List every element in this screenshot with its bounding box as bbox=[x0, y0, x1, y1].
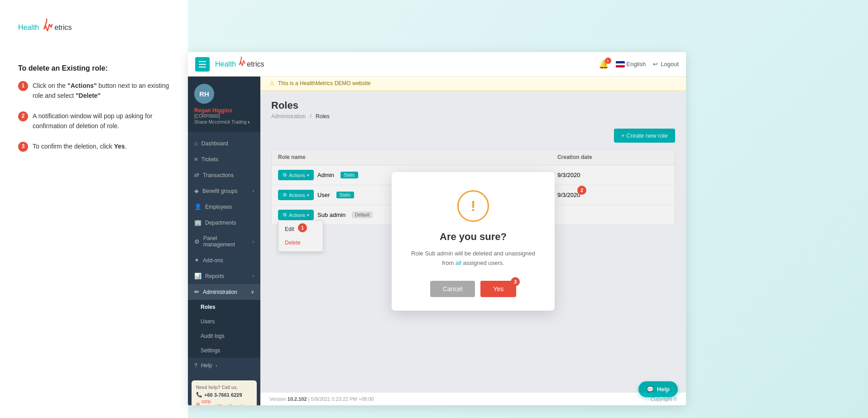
logout-label: Logout bbox=[661, 61, 679, 67]
phone-icon: 📞 bbox=[196, 392, 202, 398]
company-dropdown-icon: ▾ bbox=[248, 120, 250, 125]
sidebar-item-addons[interactable]: ✦ Add-ons bbox=[188, 252, 260, 268]
modal-body: Role Sub admin will be deleted and unass… bbox=[410, 249, 537, 268]
user-company-name: Shane Mccormick Trading bbox=[194, 120, 247, 125]
help-arrow: › bbox=[216, 363, 217, 368]
flag-icon bbox=[616, 61, 625, 67]
logo-metrics: etrics bbox=[54, 24, 72, 32]
reports-icon: 📊 bbox=[194, 273, 201, 279]
instruction-panel: Health etrics To delete an Existing role… bbox=[0, 0, 188, 418]
user-avatar-area: RH Regan Higgins [CORP0660] Shane Mccorm… bbox=[188, 77, 260, 132]
annotation-2: 2 bbox=[577, 186, 586, 195]
sidebar-item-help[interactable]: ? Help › bbox=[188, 358, 260, 373]
panel-management-icon: ⚙ bbox=[194, 238, 200, 245]
sidebar-item-employees[interactable]: 👤 Employees bbox=[188, 199, 260, 215]
sidebar-item-label: Administration bbox=[203, 289, 247, 295]
submenu-item-users[interactable]: Users bbox=[188, 314, 260, 329]
sidebar-item-panel-management[interactable]: ⚙ Panel management › bbox=[188, 231, 260, 252]
administration-icon: ✏ bbox=[194, 288, 199, 295]
submenu-item-audit-logs[interactable]: Audit logs bbox=[188, 329, 260, 343]
main-logo: Health etrics bbox=[18, 18, 170, 37]
modal-buttons: Cancel Yes 3 bbox=[410, 281, 537, 297]
footer-date: 5/9/2021 5:23:22 PM +08:00 bbox=[311, 396, 374, 402]
content-wrapper: RH Regan Higgins [CORP0660] Shane Mccorm… bbox=[188, 77, 686, 405]
addons-icon: ✦ bbox=[194, 257, 199, 264]
sidebar-item-reports[interactable]: 📊 Reports › bbox=[188, 268, 260, 284]
sidebar-item-label: Reports bbox=[205, 273, 249, 279]
help-icon: ? bbox=[194, 362, 197, 369]
benefit-groups-arrow: › bbox=[253, 188, 254, 193]
navbar-logo-metrics: etrics bbox=[247, 60, 264, 68]
help-label: Help bbox=[201, 362, 212, 369]
step-2: 2 A notification window will pop up aski… bbox=[18, 111, 170, 131]
sidebar-item-transactions[interactable]: ⇄ Transactions bbox=[188, 167, 260, 183]
annotation-3: 3 bbox=[511, 277, 520, 286]
language-label: English bbox=[627, 61, 646, 67]
logout-button[interactable]: ↩ Logout bbox=[653, 61, 679, 67]
sidebar-item-label: Benefit groups bbox=[202, 188, 249, 194]
language-selector[interactable]: English bbox=[616, 61, 646, 67]
contact-phone: 📞 +60 3-7661 6229 bbox=[196, 392, 252, 398]
hamburger-button[interactable] bbox=[195, 57, 210, 72]
contact-title: Need help? Call us. bbox=[196, 385, 252, 390]
panel-management-arrow: › bbox=[253, 239, 254, 244]
notification-bell[interactable]: 🔔 1 bbox=[599, 59, 609, 69]
sidebar-item-label: Tickets bbox=[201, 156, 254, 163]
modal-body-highlight: all bbox=[456, 259, 461, 266]
sidebar-item-label: Dashboard bbox=[201, 140, 254, 147]
user-name[interactable]: Regan Higgins bbox=[194, 107, 232, 114]
email-address: corp-support@healthmetrics.co bbox=[201, 399, 254, 405]
logo-health: Health bbox=[18, 24, 39, 32]
sidebar-item-label: Employees bbox=[205, 204, 254, 210]
logo-icon bbox=[39, 18, 54, 37]
version-number: 10.2.102 bbox=[288, 396, 307, 402]
sidebar-item-tickets[interactable]: ≡ Tickets bbox=[188, 151, 260, 167]
confirmation-modal: ! Are you sure? Role Sub admin will be d… bbox=[392, 172, 555, 311]
demo-banner-text: This is a HealthMetrics DEMO website bbox=[278, 80, 371, 86]
yes-button-label: Yes bbox=[493, 285, 504, 293]
demo-banner-icon: ⚠ bbox=[269, 80, 274, 86]
yes-button[interactable]: Yes 3 bbox=[480, 281, 516, 297]
app-footer: Version 10.2.102 | 5/9/2021 5:23:22 PM +… bbox=[260, 392, 686, 405]
sidebar-item-label: Transactions bbox=[203, 172, 254, 178]
version-label: Version bbox=[269, 396, 286, 402]
navbar-logo-ecg bbox=[236, 57, 246, 72]
demo-banner: ⚠ This is a HealthMetrics DEMO website bbox=[260, 77, 686, 91]
step-1-text: Click on the "Actions" button next to an… bbox=[33, 81, 170, 101]
reports-arrow: › bbox=[253, 274, 254, 279]
annotation-1: 1 bbox=[298, 223, 307, 232]
step-2-num: 2 bbox=[18, 111, 28, 121]
cancel-button[interactable]: Cancel bbox=[430, 281, 475, 297]
modal-body-after: assigned users. bbox=[461, 259, 504, 266]
sidebar-item-administration[interactable]: ✏ Administration ∨ bbox=[188, 284, 260, 300]
notification-badge: 1 bbox=[605, 58, 611, 64]
modal-overlay: 2 ! Are you sure? Role Sub admin will be… bbox=[260, 91, 686, 392]
sidebar-item-dashboard[interactable]: ⌂ Dashboard bbox=[188, 135, 260, 151]
navbar-logo: Health etrics bbox=[215, 57, 599, 72]
transactions-icon: ⇄ bbox=[194, 172, 199, 178]
modal-title: Are you sure? bbox=[410, 231, 537, 243]
step-3-text: To confirm the deletion, click Yes. bbox=[33, 141, 127, 151]
dashboard-icon: ⌂ bbox=[194, 140, 198, 147]
main-content: ⚠ This is a HealthMetrics DEMO website R… bbox=[260, 77, 686, 405]
contact-email: ✉ corp-support@healthmetrics.co bbox=[196, 399, 252, 405]
submenu-item-settings[interactable]: Settings bbox=[188, 343, 260, 358]
hamburger-icon bbox=[199, 61, 206, 67]
sidebar-item-departments[interactable]: 🏢 Departments bbox=[188, 215, 260, 231]
sidebar-item-label: Panel management bbox=[203, 235, 249, 248]
instruction-title: To delete an Existing role: bbox=[18, 64, 170, 72]
navbar-logo-health: Health bbox=[215, 60, 236, 68]
user-company: Shane Mccormick Trading ▾ bbox=[194, 120, 250, 125]
benefit-groups-icon: ◈ bbox=[194, 187, 199, 194]
administration-submenu: Roles Users Audit logs Settings bbox=[188, 300, 260, 358]
contact-box: Need help? Call us. 📞 +60 3-7661 6229 ✉ … bbox=[192, 380, 257, 405]
sidebar-item-benefit-groups[interactable]: ◈ Benefit groups › bbox=[188, 183, 260, 199]
submenu-item-roles[interactable]: Roles bbox=[188, 300, 260, 314]
step-3: 3 To confirm the deletion, click Yes. bbox=[18, 141, 170, 152]
footer-version: Version 10.2.102 | 5/9/2021 5:23:22 PM +… bbox=[269, 396, 374, 402]
app-window: Health etrics 🔔 1 English ↩ Logout bbox=[188, 52, 686, 405]
sidebar-nav: ⌂ Dashboard ≡ Tickets ⇄ Transactions ◈ B… bbox=[188, 132, 260, 377]
instruction-steps: 1 Click on the "Actions" button next to … bbox=[18, 81, 170, 162]
avatar: RH bbox=[194, 84, 214, 104]
sidebar-item-label: Add-ons bbox=[203, 257, 254, 264]
